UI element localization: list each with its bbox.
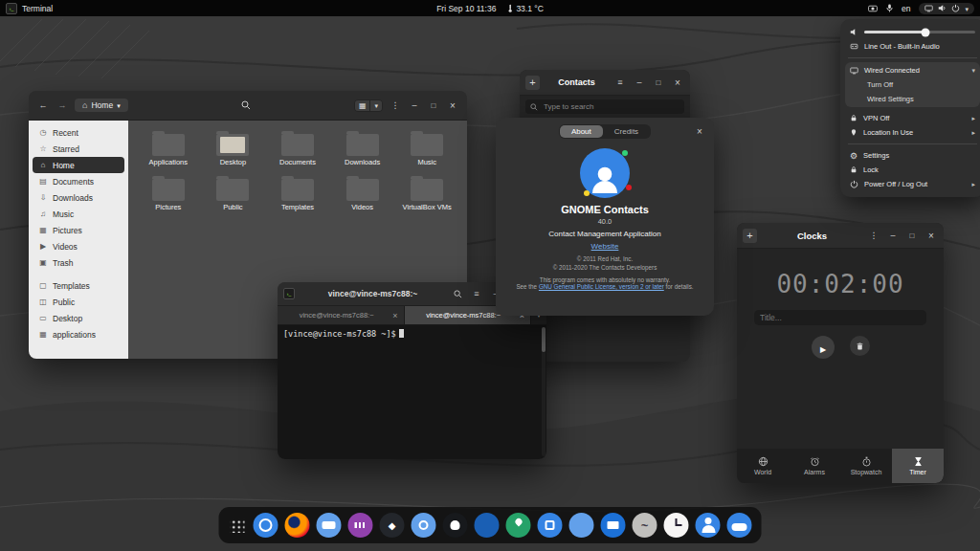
menu-button[interactable]	[867, 229, 880, 242]
volume-slider[interactable]	[864, 31, 975, 33]
search-icon[interactable]	[451, 287, 464, 300]
dock-app-weather[interactable]	[727, 513, 752, 538]
contacts-headerbar[interactable]: Contacts	[520, 70, 690, 96]
dock-app-web-browser[interactable]	[254, 513, 278, 538]
terminal-tab-1[interactable]: vince@vince-ms7c88:~	[278, 306, 405, 324]
microphone-indicator-icon[interactable]	[886, 4, 893, 12]
folder-downloads[interactable]: Downloads	[330, 134, 395, 167]
minimize-button[interactable]	[886, 229, 900, 242]
close-button[interactable]	[671, 76, 684, 89]
menu-button[interactable]	[389, 99, 402, 112]
grid-view-icon[interactable]: ▦	[355, 100, 370, 111]
terminal-scrollbar[interactable]	[542, 327, 546, 456]
sidebar-item-trash[interactable]: ▣Trash	[33, 254, 124, 271]
system-status-area[interactable]	[919, 3, 974, 14]
sidebar-item-recent[interactable]: ◷Recent	[33, 124, 124, 141]
dock-app-firefox[interactable]	[285, 513, 310, 538]
timer-start-button[interactable]	[812, 336, 835, 359]
dock-app-files[interactable]	[601, 513, 626, 538]
lock-item[interactable]: Lock	[845, 163, 980, 177]
clock-menu[interactable]: Fri Sep 10 11:36	[436, 4, 496, 13]
folder-pictures[interactable]: Pictures	[136, 179, 201, 212]
tab-stopwatch[interactable]: Stopwatch	[840, 449, 892, 483]
folder-desktop[interactable]: Desktop	[201, 134, 266, 167]
dock-app-drawing[interactable]	[475, 513, 500, 538]
folder-music[interactable]: Music	[394, 134, 459, 167]
dock-app-music[interactable]	[348, 513, 373, 538]
view-options-chevron[interactable]	[369, 100, 382, 111]
terminal-screen[interactable]: [vince@vince-ms7c88 ~]$	[278, 325, 546, 459]
camera-indicator-icon[interactable]	[868, 5, 878, 12]
audio-output-item[interactable]: Line Out - Built-in Audio	[845, 39, 980, 54]
sidebar-item-applications[interactable]: ▦applications	[33, 326, 124, 342]
folder-documents[interactable]: Documents	[265, 134, 330, 167]
tab-credits[interactable]: Credits	[603, 125, 650, 138]
minimize-button[interactable]	[408, 99, 421, 112]
search-icon[interactable]	[241, 100, 251, 110]
maximize-button[interactable]	[427, 99, 440, 112]
tab-alarms[interactable]: Alarms	[789, 449, 840, 483]
sidebar-item-videos[interactable]: ▶Videos	[33, 238, 124, 254]
sidebar-item-desktop[interactable]: ▭Desktop	[33, 310, 124, 326]
dock-app-inkscape[interactable]	[380, 513, 405, 538]
sidebar-item-public[interactable]: ◫Public	[33, 294, 124, 310]
view-toggle-button[interactable]: ▦	[354, 99, 383, 112]
sidebar-item-pictures[interactable]: ▦Pictures	[33, 222, 124, 238]
power-off-item[interactable]: Power Off / Log Out	[845, 177, 980, 191]
folder-videos[interactable]: Videos	[330, 179, 395, 212]
sidebar-item-templates[interactable]: ▢Templates	[33, 277, 124, 294]
maximize-button[interactable]	[652, 76, 665, 89]
path-bar-button[interactable]: Home	[75, 99, 128, 112]
dock-app-builder[interactable]	[569, 513, 594, 538]
about-headerbar[interactable]: About Credits	[496, 118, 714, 144]
settings-item[interactable]: Settings	[845, 148, 980, 163]
maximize-button[interactable]	[905, 229, 919, 242]
dock-app-maps[interactable]	[506, 513, 531, 538]
dock-app-octave[interactable]	[633, 513, 657, 538]
sidebar-item-home[interactable]: ⌂Home	[33, 157, 124, 173]
tab-world[interactable]: World	[737, 449, 789, 483]
weather-indicator[interactable]: 33.1 °C	[507, 3, 543, 13]
focused-app-menu[interactable]: Terminal	[6, 3, 53, 14]
dock-app-boxes[interactable]	[538, 513, 563, 538]
sidebar-item-starred[interactable]: ☆Starred	[33, 141, 124, 157]
minimize-button[interactable]	[633, 76, 646, 89]
forward-button[interactable]	[56, 99, 69, 112]
timer-delete-button[interactable]	[850, 336, 870, 356]
sidebar-item-documents[interactable]: ▤Documents	[33, 173, 124, 189]
tab-timer[interactable]: Timer	[892, 449, 944, 483]
contacts-search-input[interactable]	[542, 101, 679, 112]
website-link[interactable]: Website	[591, 242, 619, 251]
dock-app-camera[interactable]	[412, 513, 436, 538]
wired-connected-item[interactable]: Wired Connected	[845, 63, 980, 77]
folder-templates[interactable]: Templates	[265, 179, 330, 212]
vpn-item[interactable]: VPN Off	[845, 111, 980, 125]
back-button[interactable]	[36, 99, 50, 112]
volume-slider-knob[interactable]	[921, 28, 929, 36]
sidebar-item-downloads[interactable]: ⇩Downloads	[33, 189, 124, 206]
add-contact-button[interactable]	[525, 76, 540, 90]
dock-app-github[interactable]	[443, 513, 468, 538]
tab-about[interactable]: About	[560, 125, 603, 138]
menu-button[interactable]	[470, 287, 483, 300]
show-applications-button[interactable]	[231, 518, 245, 533]
close-button[interactable]	[924, 229, 938, 242]
menu-button[interactable]	[613, 76, 627, 89]
scrollbar-thumb[interactable]	[542, 327, 546, 352]
turn-off-item[interactable]: Turn Off	[845, 77, 980, 92]
dock-app-clocks[interactable]	[664, 513, 689, 538]
license-link[interactable]: GNU General Public License, version 2 or…	[539, 283, 664, 290]
contacts-search-box[interactable]	[525, 99, 684, 114]
timer-title-input[interactable]	[754, 310, 926, 325]
tab-close-icon[interactable]	[392, 311, 397, 320]
new-timer-button[interactable]	[743, 229, 757, 243]
folder-public[interactable]: Public	[201, 179, 266, 212]
files-headerbar[interactable]: Home ▦	[29, 91, 467, 121]
dock-app-contacts[interactable]	[696, 513, 721, 538]
close-button[interactable]	[446, 99, 459, 112]
folder-applications[interactable]: Applications	[136, 134, 201, 167]
keyboard-layout-indicator[interactable]: en	[902, 4, 910, 13]
location-item[interactable]: Location In Use	[845, 125, 980, 140]
close-button[interactable]	[693, 124, 706, 138]
sidebar-item-music[interactable]: ♫Music	[33, 206, 124, 222]
